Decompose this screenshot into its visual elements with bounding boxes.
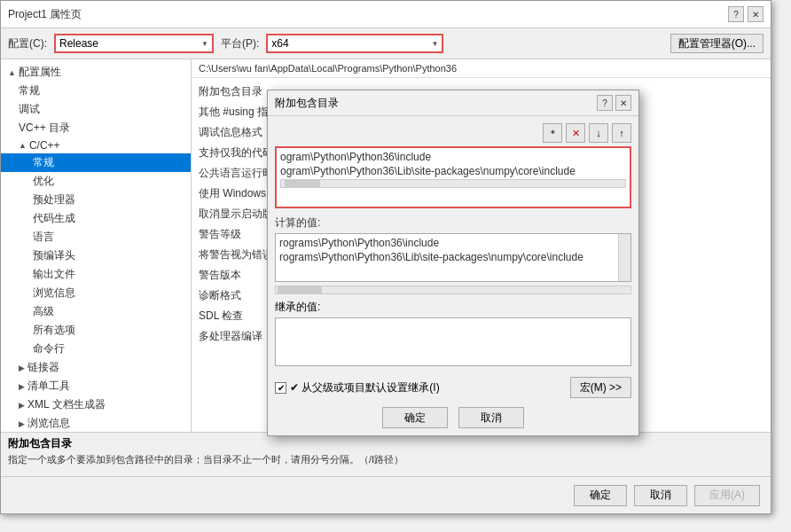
dialog-title: Project1 属性页 bbox=[8, 7, 82, 22]
tree-item-manifest[interactable]: ▶ 清单工具 bbox=[1, 377, 191, 395]
tree-item-preprocessor[interactable]: 预处理器 bbox=[1, 191, 191, 209]
tree-item-browse2[interactable]: ▶ 浏览信息 bbox=[1, 414, 191, 433]
tree-item-config-props[interactable]: ▲ 配置属性 bbox=[1, 63, 191, 82]
config-manager-button[interactable]: 配置管理器(O)... bbox=[670, 34, 764, 53]
tree-item-label: 常规 bbox=[33, 155, 54, 170]
tree-item-label: 配置属性 bbox=[19, 65, 61, 80]
platform-combo[interactable]: x64 ▼ bbox=[266, 34, 443, 53]
tree-item-general[interactable]: 常规 bbox=[1, 82, 191, 100]
subdialog-close-button[interactable]: ✕ bbox=[615, 95, 631, 111]
move-down-button[interactable]: ↓ bbox=[589, 123, 608, 143]
title-bar-buttons: ? ✕ bbox=[728, 6, 764, 22]
title-bar: Project1 属性页 ? ✕ bbox=[1, 1, 771, 28]
bottom-bar: 确定 取消 应用(A) bbox=[1, 476, 771, 513]
computed-label: 计算的值: bbox=[275, 215, 631, 231]
tree-item-advanced[interactable]: 高级 bbox=[1, 302, 191, 321]
tree-item-label: 命令行 bbox=[33, 341, 65, 356]
config-combo[interactable]: Release ▼ bbox=[54, 34, 214, 53]
tree-item-cmdline[interactable]: 命令行 bbox=[1, 340, 191, 358]
subdialog-body: ＊ ✕ ↓ ↑ ogram\Python\Python36\include og… bbox=[268, 116, 638, 435]
tree-item-label: 代码生成 bbox=[33, 211, 75, 226]
tree-item-lang[interactable]: 语言 bbox=[1, 228, 191, 246]
tree-arrow-icon: ▲ bbox=[19, 141, 27, 150]
include-list-item: ogram\Python\Python36\include bbox=[280, 150, 626, 164]
inherit-checkbox[interactable]: ✔ bbox=[275, 382, 286, 394]
include-list-item: ogram\Python\Python36\Lib\site-packages\… bbox=[280, 164, 626, 178]
tree-item-debug[interactable]: 调试 bbox=[1, 100, 191, 119]
tree-arrow-icon: ▶ bbox=[19, 401, 25, 410]
tree-arrow-icon: ▶ bbox=[19, 419, 25, 428]
property-path: C:\Users\wu fan\AppData\Local\Programs\P… bbox=[192, 59, 771, 78]
config-label: 配置(C): bbox=[8, 36, 47, 51]
apply-button[interactable]: 应用(A) bbox=[694, 485, 760, 506]
computed-item: rograms\Python\Python36\Lib\site-package… bbox=[279, 250, 627, 264]
tree-item-label: VC++ 目录 bbox=[19, 121, 70, 136]
bottom-description: 附加包含目录 指定一个或多个要添加到包含路径中的目录；当目录不止一个时，请用分号… bbox=[1, 432, 771, 476]
tree-item-vcpp[interactable]: VC++ 目录 bbox=[1, 119, 191, 137]
inherited-box bbox=[275, 317, 631, 366]
tree-item-label: 预处理器 bbox=[33, 192, 75, 207]
close-button[interactable]: ✕ bbox=[748, 6, 764, 22]
tree-item-precomp[interactable]: 预编译头 bbox=[1, 246, 191, 265]
delete-item-button[interactable]: ✕ bbox=[566, 123, 585, 143]
subdialog-footer: ✔ ✔ 从父级或项目默认设置继承(I) 宏(M) >> bbox=[275, 373, 631, 400]
tree-item-allopts[interactable]: 所有选项 bbox=[1, 321, 191, 340]
tree-arrow-icon: ▲ bbox=[8, 68, 16, 77]
add-item-button[interactable]: ＊ bbox=[543, 123, 562, 143]
platform-label: 平台(P): bbox=[221, 36, 259, 51]
tree-item-label: 优化 bbox=[33, 174, 54, 189]
tree-item-label: 清单工具 bbox=[27, 379, 70, 394]
computed-hscrollbar[interactable] bbox=[275, 286, 631, 294]
tree-item-label: C/C++ bbox=[29, 139, 60, 152]
inherit-checkbox-row: ✔ ✔ 从父级或项目默认设置继承(I) bbox=[275, 380, 440, 395]
tree-item-codegen[interactable]: 代码生成 bbox=[1, 209, 191, 228]
tree-item-label: 语言 bbox=[33, 230, 54, 245]
subdialog-title-bar: 附加包含目录 ? ✕ bbox=[268, 90, 638, 116]
subdialog: 附加包含目录 ? ✕ ＊ ✕ ↓ ↑ ogram\Python\Python36… bbox=[267, 90, 639, 436]
include-list-box[interactable]: ogram\Python\Python36\include ogram\Pyth… bbox=[275, 146, 631, 208]
computed-vscrollbar[interactable] bbox=[618, 234, 630, 281]
main-dialog: Project1 属性页 ? ✕ 配置(C): Release ▼ 平台(P):… bbox=[0, 0, 771, 514]
tree-item-output[interactable]: 输出文件 bbox=[1, 265, 191, 284]
help-button[interactable]: ? bbox=[728, 6, 744, 22]
tree-item-label: 链接器 bbox=[27, 360, 59, 375]
hscrollbar-thumb bbox=[285, 180, 320, 187]
tree-item-browse[interactable]: 浏览信息 bbox=[1, 284, 191, 302]
ok-button[interactable]: 确定 bbox=[574, 485, 627, 506]
macro-button[interactable]: 宏(M) >> bbox=[570, 377, 631, 398]
tree-item-optimize[interactable]: 优化 bbox=[1, 172, 191, 191]
computed-hscrollbar-thumb bbox=[278, 286, 322, 293]
computed-box: rograms\Python\Python36\include rograms\… bbox=[275, 233, 631, 282]
desc-title: 附加包含目录 bbox=[8, 436, 764, 451]
tree-item-linker[interactable]: ▶ 链接器 bbox=[1, 358, 191, 377]
cancel-button[interactable]: 取消 bbox=[634, 485, 687, 506]
tree-item-label: 预编译头 bbox=[33, 248, 75, 263]
inherit-label: ✔ 从父级或项目默认设置继承(I) bbox=[290, 380, 440, 395]
tree-arrow-icon: ▶ bbox=[19, 364, 25, 372]
tree-item-xmlgen[interactable]: ▶ XML 文档生成器 bbox=[1, 395, 191, 414]
toolbar-row: 配置(C): Release ▼ 平台(P): x64 ▼ 配置管理器(O)..… bbox=[1, 28, 771, 59]
tree-item-label: 输出文件 bbox=[33, 267, 75, 282]
platform-value: x64 bbox=[271, 37, 288, 50]
computed-item: rograms\Python\Python36\include bbox=[279, 236, 627, 250]
subdialog-title-text: 附加包含目录 bbox=[275, 96, 339, 111]
include-toolbar: ＊ ✕ ↓ ↑ bbox=[275, 123, 631, 143]
platform-combo-arrow: ▼ bbox=[431, 40, 438, 48]
tree-item-label: 浏览信息 bbox=[27, 416, 70, 431]
tree-item-general2[interactable]: 常规 bbox=[1, 153, 191, 172]
tree-item-label: 浏览信息 bbox=[33, 286, 75, 301]
include-hscrollbar[interactable] bbox=[280, 179, 626, 188]
tree-item-label: 常规 bbox=[19, 83, 40, 98]
config-value: Release bbox=[59, 37, 98, 50]
subdialog-help-button[interactable]: ? bbox=[597, 95, 613, 111]
tree-item-label: 所有选项 bbox=[33, 323, 75, 338]
tree-item-cpp[interactable]: ▲ C/C++ bbox=[1, 137, 191, 153]
subdialog-ok-button[interactable]: 确定 bbox=[382, 407, 448, 428]
config-combo-arrow: ▼ bbox=[201, 40, 208, 48]
subdialog-cancel-button[interactable]: 取消 bbox=[458, 407, 524, 428]
subdialog-action-row: 确定 取消 bbox=[275, 407, 631, 428]
move-up-button[interactable]: ↑ bbox=[612, 123, 631, 143]
inherited-label: 继承的值: bbox=[275, 300, 631, 315]
tree-item-label: 调试 bbox=[19, 102, 40, 117]
tree-item-label: XML 文档生成器 bbox=[27, 397, 106, 412]
